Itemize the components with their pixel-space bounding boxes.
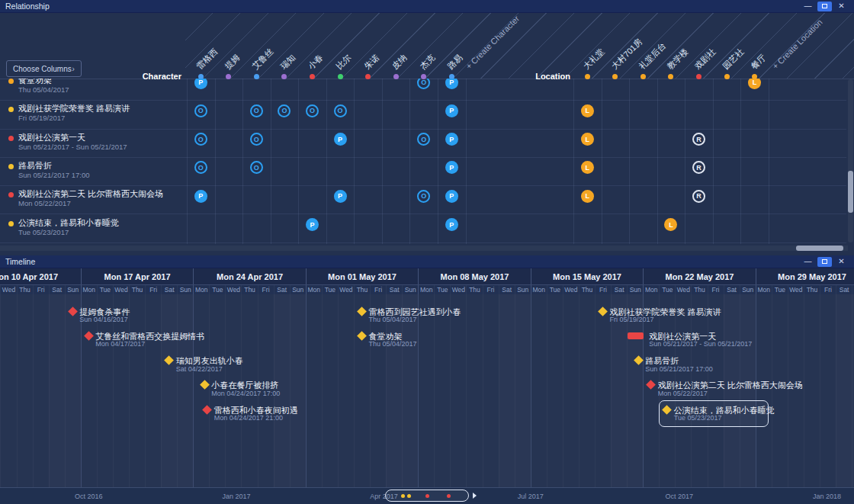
day-grid-line [466, 294, 467, 487]
minimap-scroll-arrow[interactable] [473, 493, 477, 499]
relation-badge-L[interactable]: L [748, 79, 761, 89]
event-color-dot [8, 136, 14, 141]
relation-badge-L[interactable]: L [581, 104, 594, 117]
event-range-bar[interactable] [628, 332, 644, 339]
day-label: Thu [579, 285, 595, 294]
relation-badge-O[interactable]: O [250, 133, 263, 146]
week-header-cell: Mon 17 Apr 2017 [81, 268, 193, 285]
relation-badge-L[interactable]: L [664, 218, 677, 231]
close-button[interactable]: ✕ [834, 2, 849, 11]
relation-badge-O[interactable]: O [194, 133, 207, 146]
day-label: Wed [225, 285, 241, 294]
day-label: Sun [65, 285, 81, 294]
relation-badge-R[interactable]: R [692, 161, 705, 174]
event-row[interactable]: 戏剧社公演第二天 比尔雷格西大闹会场Mon 05/22/2017PPOPLR [0, 186, 846, 214]
relation-badge-O[interactable]: O [417, 133, 430, 146]
relation-badge-L[interactable]: L [581, 190, 594, 203]
relation-badge-P[interactable]: P [194, 79, 207, 89]
timeline-event-date: Sun 05/21/2017 17:00 [645, 365, 713, 373]
day-label: Wed [113, 285, 129, 294]
day-grid-line [434, 294, 435, 487]
relation-badge-R[interactable]: R [692, 190, 705, 203]
relation-badge-P[interactable]: P [334, 133, 347, 146]
vertical-scrollbar-thumb[interactable] [848, 171, 853, 213]
close-button[interactable]: ✕ [834, 257, 849, 267]
relation-badge-L[interactable]: L [581, 161, 594, 174]
event-date: Mon 05/22/2017 [18, 199, 71, 207]
day-label: Fri [258, 285, 274, 294]
weekend-shade [836, 294, 852, 487]
event-row[interactable]: 食堂劝架Thu 05/04/2017POPL [0, 79, 846, 101]
event-diamond-marker[interactable] [646, 380, 656, 390]
day-label: Fri [708, 285, 724, 294]
event-diamond-marker[interactable] [598, 307, 608, 316]
event-title: 公演结束，路易和小春睡觉 [18, 217, 119, 229]
event-diamond-marker[interactable] [357, 331, 367, 341]
weekend-shade [49, 294, 65, 487]
relation-badge-P[interactable]: P [194, 190, 207, 203]
timeline-event-date: Mon 04/17/2017 [95, 340, 145, 348]
day-label: Tue [322, 285, 338, 294]
relation-badge-L[interactable]: L [581, 133, 594, 146]
vertical-scrollbar[interactable] [848, 79, 853, 242]
day-label: Sun [515, 285, 531, 294]
minimize-button[interactable]: — [801, 257, 815, 267]
relation-badge-P[interactable]: P [334, 190, 347, 203]
relation-badge-O[interactable]: O [194, 104, 207, 117]
event-row[interactable]: 戏剧社公演第一天Sun 05/21/2017 - Sun 05/21/2017O… [0, 130, 846, 158]
day-label: Tue [772, 285, 788, 294]
day-label: Sun [627, 285, 643, 294]
minimap-event-dot [425, 494, 429, 498]
week-header-cell: Mon 29 May 2017 [756, 268, 854, 285]
horizontal-scrollbar[interactable] [0, 246, 848, 251]
week-grid-line [418, 294, 419, 487]
chevron-right-icon: › [72, 64, 75, 73]
relation-badge-P[interactable]: P [445, 79, 458, 89]
day-label: Fri [595, 285, 611, 294]
event-diamond-marker[interactable] [200, 380, 210, 390]
relation-badge-P[interactable]: P [445, 190, 458, 203]
event-row[interactable]: 路易骨折Sun 05/21/2017 17:00OOPLR [0, 158, 846, 186]
relation-badge-R[interactable]: R [692, 133, 705, 146]
day-label: Mon [756, 285, 772, 294]
relation-badge-P[interactable]: P [445, 218, 458, 231]
event-diamond-marker[interactable] [84, 331, 94, 341]
day-label: Tue [97, 285, 113, 294]
weekend-shade [177, 294, 193, 487]
relation-badge-O[interactable]: O [417, 190, 430, 203]
event-diamond-marker[interactable] [357, 307, 367, 316]
day-label: Wed [450, 285, 466, 294]
maximize-button[interactable] [817, 257, 832, 267]
minimap-month-label: Oct 2016 [75, 493, 103, 500]
relation-badge-P[interactable]: P [445, 104, 458, 117]
relation-badge-P[interactable]: P [445, 133, 458, 146]
event-row[interactable]: 戏剧社获学院荣誉奖 路易演讲Fri 05/19/2017OOOOOPL [0, 101, 846, 129]
event-row[interactable]: 公演结束，路易和小春睡觉Tue 05/23/2017PPL [0, 215, 846, 243]
timeline-titlebar[interactable]: Timeline — ✕ [0, 255, 854, 268]
timeline-minimap[interactable]: Oct 2016Jan 2017Apr 2017Jul 2017Oct 2017… [0, 487, 854, 504]
day-label: Sun [740, 285, 756, 294]
day-label: Sat [611, 285, 627, 294]
week-grid-line [193, 294, 194, 487]
maximize-button[interactable] [817, 2, 832, 11]
day-label: Sun [177, 285, 193, 294]
event-color-dot [8, 164, 14, 169]
relationship-titlebar[interactable]: Relationship — ✕ [0, 0, 854, 13]
timeline-event-date: Sun 04/16/2017 [79, 316, 128, 323]
event-diamond-marker[interactable] [202, 405, 212, 415]
relation-badge-P[interactable]: P [445, 161, 458, 174]
day-label: Tue [209, 285, 225, 294]
relation-badge-O[interactable]: O [250, 161, 263, 174]
choose-columns-button[interactable]: Choose Columns › [6, 60, 82, 77]
relation-badge-O[interactable]: O [194, 161, 207, 174]
relationship-window: Relationship — ✕ Choose Columns › Charac… [0, 0, 854, 255]
relation-badge-O[interactable]: O [278, 104, 291, 117]
relation-badge-O[interactable]: O [334, 104, 347, 117]
relation-badge-P[interactable]: P [306, 218, 319, 231]
relation-badge-O[interactable]: O [417, 79, 430, 89]
day-grid-line [49, 294, 50, 487]
minimize-button[interactable]: — [801, 2, 815, 11]
horizontal-scrollbar-thumb[interactable] [796, 246, 843, 251]
relation-badge-O[interactable]: O [306, 104, 319, 117]
relation-badge-O[interactable]: O [250, 104, 263, 117]
